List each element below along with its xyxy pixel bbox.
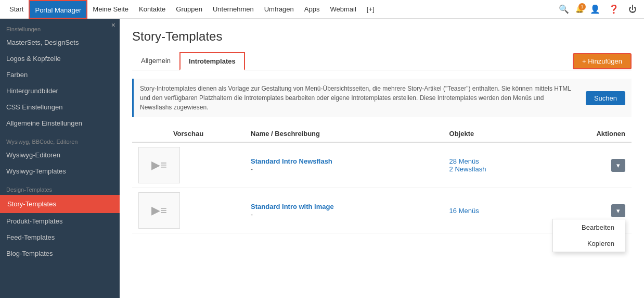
preview-thumbnail-2: ▶≡ <box>138 192 180 229</box>
nav-portal-manager[interactable]: Portal Manager <box>29 0 87 19</box>
sidebar-item-feed-templates[interactable]: Feed-Templates <box>0 229 120 245</box>
name-cell-2: Standard Intro with image - <box>244 188 443 233</box>
preview-cell-1: ▶≡ <box>132 142 244 188</box>
objects-cell-2: 16 Menüs <box>443 188 546 233</box>
table-row: ▶≡ Standard Intro Newsflash - 28 Menüs 2… <box>132 142 632 188</box>
actions-cell-1: ▾ <box>546 142 632 188</box>
row2-dropdown-menu: Bearbeiten Kopieren <box>552 219 625 252</box>
preview-icon-2: ▶≡ <box>151 204 167 217</box>
info-box: Story-Introtemplates dienen als Vorlage … <box>132 79 632 117</box>
tab-introtemplates[interactable]: Introtemplates <box>179 52 245 70</box>
sidebar-section-wysiwyg: Wysiwyg, BBCode, Editoren <box>0 131 120 147</box>
nav-apps[interactable]: Apps <box>299 0 325 19</box>
page-title: Story-Templates <box>132 29 632 44</box>
sidebar-item-story-templates[interactable]: Story-Templates <box>0 195 120 213</box>
obj-newsflash-1[interactable]: 2 Newsflash <box>449 165 539 173</box>
sidebar-item-blog-templates[interactable]: Blog-Templates <box>0 245 120 262</box>
power-icon[interactable]: ⏻ <box>625 2 640 17</box>
nav-plus[interactable]: [+] <box>362 0 380 19</box>
top-nav-right: 🔍 🔔 1 👤 ❓ ⏻ <box>557 2 640 17</box>
sidebar-close-button[interactable]: × <box>111 21 115 29</box>
sidebar-item-logos[interactable]: Logos & Kopfzeile <box>0 51 120 67</box>
nav-start[interactable]: Start <box>4 0 29 19</box>
sidebar-section-einstellungen: Einstellungen <box>0 19 120 34</box>
sidebar-item-css[interactable]: CSS Einstellungen <box>0 99 120 115</box>
sidebar: × Einstellungen MasterSets, DesignSets L… <box>0 19 120 298</box>
nav-webmail[interactable]: Webmail <box>325 0 361 19</box>
sidebar-item-farben[interactable]: Farben <box>0 67 120 83</box>
sidebar-item-wysiwyg-editoren[interactable]: Wysiwyg-Editoren <box>0 147 120 163</box>
nav-umfragen[interactable]: Umfragen <box>259 0 299 19</box>
actions-cell-2: ▾ Bearbeiten Kopieren <box>546 188 632 233</box>
dropdown-item-bearbeiten[interactable]: Bearbeiten <box>553 219 625 235</box>
dropdown-item-kopieren[interactable]: Kopieren <box>553 235 625 252</box>
sidebar-item-allgemeine-einstellungen[interactable]: Allgemeine Einstellungen <box>0 115 120 131</box>
preview-thumbnail-1: ▶≡ <box>138 147 180 183</box>
notification-badge[interactable]: 🔔 1 <box>575 5 584 13</box>
table-row: ▶≡ Standard Intro with image - 16 Menüs … <box>132 188 632 233</box>
sidebar-item-wysiwyg-templates[interactable]: Wysiwyg-Templates <box>0 163 120 179</box>
main-layout: × Einstellungen MasterSets, DesignSets L… <box>0 19 644 298</box>
search-icon[interactable]: 🔍 <box>557 2 571 17</box>
notification-count: 1 <box>578 3 586 10</box>
add-button[interactable]: + Hinzufügen <box>573 53 632 69</box>
tab-allgemein[interactable]: Allgemein <box>132 52 179 70</box>
preview-icon-1: ▶≡ <box>151 158 167 172</box>
tab-bar: Allgemein Introtemplates + Hinzufügen <box>132 52 632 70</box>
objects-cell-1: 28 Menüs 2 Newsflash <box>443 142 546 188</box>
template-desc-2: - <box>251 211 253 218</box>
main-content: Story-Templates Allgemein Introtemplates… <box>120 19 644 298</box>
nav-unternehmen[interactable]: Unternehmen <box>208 0 259 19</box>
obj-menus-2[interactable]: 16 Menüs <box>449 207 539 215</box>
sidebar-item-produkt-templates[interactable]: Produkt-Templates <box>0 213 120 229</box>
row2-actions-container: ▾ Bearbeiten Kopieren <box>552 204 625 217</box>
sidebar-item-mastersets[interactable]: MasterSets, DesignSets <box>0 34 120 51</box>
info-text: Story-Introtemplates dienen als Vorlage … <box>140 84 577 112</box>
tabs-left: Allgemein Introtemplates <box>132 52 245 70</box>
col-header-name: Name / Beschreibung <box>244 126 443 142</box>
col-header-vorschau: Vorschau <box>132 126 244 142</box>
sidebar-section-design: Design-Templates <box>0 179 120 195</box>
template-name-link-1[interactable]: Standard Intro Newsflash <box>251 157 437 165</box>
col-header-objekte: Objekte <box>443 126 546 142</box>
user-icon[interactable]: 👤 <box>588 2 602 17</box>
template-name-link-2[interactable]: Standard Intro with image <box>251 203 437 210</box>
top-navigation: Start Portal Manager Meine Seite Kontakt… <box>0 0 644 19</box>
template-desc-1: - <box>251 166 253 173</box>
row2-dropdown-button[interactable]: ▾ <box>611 204 625 217</box>
nav-meine-seite[interactable]: Meine Seite <box>87 0 134 19</box>
sidebar-item-hintergrundbilder[interactable]: Hintergrundbilder <box>0 83 120 99</box>
templates-table: Vorschau Name / Beschreibung Objekte Akt… <box>132 126 632 233</box>
row1-dropdown-button[interactable]: ▾ <box>611 159 625 172</box>
nav-gruppen[interactable]: Gruppen <box>171 0 208 19</box>
help-icon[interactable]: ❓ <box>607 2 621 17</box>
preview-cell-2: ▶≡ <box>132 188 244 233</box>
search-button[interactable]: Suchen <box>586 91 625 105</box>
name-cell-1: Standard Intro Newsflash - <box>244 142 443 188</box>
nav-kontakte[interactable]: Kontakte <box>134 0 171 19</box>
obj-menus-1[interactable]: 28 Menüs <box>449 157 539 165</box>
col-header-aktionen: Aktionen <box>546 126 632 142</box>
